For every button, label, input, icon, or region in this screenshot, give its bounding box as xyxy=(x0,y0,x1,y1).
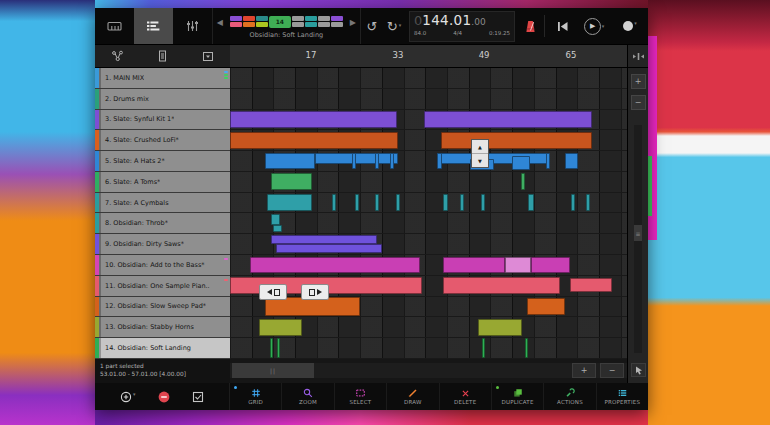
clip[interactable] xyxy=(528,194,534,211)
clip[interactable] xyxy=(265,153,315,170)
minimap-chip-pair[interactable] xyxy=(331,16,343,27)
clip[interactable] xyxy=(273,225,282,233)
clip[interactable] xyxy=(271,173,312,190)
clip[interactable] xyxy=(250,257,420,274)
clip[interactable] xyxy=(527,298,565,315)
skip-to-start-button[interactable] xyxy=(548,21,576,32)
clip[interactable] xyxy=(352,153,356,170)
play-button[interactable]: ▶ xyxy=(584,18,601,35)
clip[interactable] xyxy=(443,257,505,274)
h-scrollbar-thumb[interactable]: || xyxy=(232,363,314,378)
clip[interactable] xyxy=(396,194,400,211)
clip[interactable] xyxy=(546,153,551,170)
clip[interactable] xyxy=(443,277,560,294)
grid-row[interactable] xyxy=(230,338,627,359)
dropdown-check-icon[interactable] xyxy=(185,51,230,62)
minimap-chip-pair[interactable] xyxy=(305,16,317,27)
grid-row[interactable] xyxy=(230,193,627,214)
clip[interactable] xyxy=(270,338,273,358)
clip[interactable] xyxy=(355,194,359,211)
grid-row[interactable] xyxy=(230,317,627,338)
clip[interactable] xyxy=(230,111,397,128)
minimap-next-icon[interactable]: ▶ xyxy=(350,18,356,27)
clip[interactable] xyxy=(443,194,447,211)
tool-zoom[interactable]: ZOOM xyxy=(282,383,334,410)
tool-grid[interactable]: GRID xyxy=(230,383,282,410)
track-row[interactable]: 11. Obsidian: One Sample Pian.. xyxy=(95,276,230,297)
redo-button[interactable]: ↻▾ xyxy=(383,19,405,34)
clip[interactable] xyxy=(521,173,525,190)
tool-duplicate[interactable]: DUPLICATE xyxy=(492,383,544,410)
h-scrollbar-track[interactable]: || xyxy=(230,363,627,378)
vertical-spinner[interactable]: ▲ ▼ xyxy=(471,139,489,168)
minimap-chips[interactable]: 14 xyxy=(230,16,343,28)
grid-row[interactable] xyxy=(230,213,627,234)
clip[interactable] xyxy=(481,194,485,211)
clip[interactable] xyxy=(505,257,531,274)
tool-draw[interactable]: DRAW xyxy=(387,383,439,410)
select-parts-button[interactable] xyxy=(192,391,204,403)
grid-row[interactable] xyxy=(230,234,627,255)
nudge-left-button[interactable] xyxy=(259,284,287,300)
minimap-chip-pair[interactable] xyxy=(230,16,242,27)
minimap-chip-pair[interactable] xyxy=(243,16,255,27)
record-caret-icon[interactable]: ▾ xyxy=(634,20,637,26)
play-caret-icon[interactable]: ▾ xyxy=(602,23,605,29)
add-caret-icon[interactable]: ▾ xyxy=(133,391,136,397)
clip[interactable] xyxy=(525,338,528,358)
clip[interactable] xyxy=(437,153,442,170)
clip[interactable] xyxy=(565,153,578,170)
spinner-up-icon[interactable]: ▲ xyxy=(472,140,488,154)
track-row[interactable]: 5. Slate: A Hats 2* xyxy=(95,151,230,172)
clip[interactable] xyxy=(315,153,398,164)
expand-horizontal-icon[interactable] xyxy=(628,45,648,68)
grid-row[interactable] xyxy=(230,89,627,110)
track-row[interactable]: 3. Slate: Synful Kit 1* xyxy=(95,110,230,131)
tool-select[interactable]: SELECT xyxy=(335,383,387,410)
v-zoom-in-button[interactable]: + xyxy=(631,74,646,89)
tool-properties[interactable]: PROPERTIES xyxy=(597,383,648,410)
file-icon[interactable] xyxy=(140,50,185,62)
view-tab-mixer[interactable] xyxy=(173,8,212,44)
v-scrollbar-thumb[interactable]: ≡ xyxy=(634,225,642,241)
h-zoom-out-button[interactable]: − xyxy=(600,363,624,378)
clip[interactable] xyxy=(265,297,360,315)
track-row[interactable]: 2. Drums mix xyxy=(95,89,230,110)
track-row[interactable]: 4. Slate: Crushed LoFi* xyxy=(95,130,230,151)
minimap-chip-pair[interactable] xyxy=(256,16,268,27)
view-tab-keys[interactable] xyxy=(95,8,134,44)
record-button[interactable] xyxy=(623,21,633,31)
track-row[interactable]: 12. Obsidian: Slow Sweep Pad* xyxy=(95,297,230,318)
track-row[interactable]: 8. Obsidian: Throb* xyxy=(95,213,230,234)
clip[interactable] xyxy=(230,132,398,149)
clip[interactable] xyxy=(259,319,302,336)
v-zoom-out-button[interactable]: − xyxy=(631,95,646,110)
track-row[interactable]: 10. Obsidian: Add to the Bass* xyxy=(95,255,230,276)
nudge-right-button[interactable] xyxy=(301,284,329,300)
track-row[interactable]: 14. Obsidian: Soft Landing xyxy=(95,338,230,359)
minimap-selected-chip[interactable]: 14 xyxy=(269,16,291,28)
clip[interactable] xyxy=(441,132,592,149)
tool-delete[interactable]: DELETE xyxy=(440,383,492,410)
tool-actions[interactable]: ACTIONS xyxy=(544,383,596,410)
clip[interactable] xyxy=(276,244,382,253)
grid-row[interactable] xyxy=(230,255,627,276)
remove-button[interactable] xyxy=(158,391,170,403)
clip[interactable] xyxy=(277,338,280,358)
automation-icon[interactable] xyxy=(95,50,140,62)
clip[interactable] xyxy=(375,194,379,211)
pointer-tool-button[interactable] xyxy=(631,363,646,377)
clip[interactable] xyxy=(390,153,394,170)
grid-row[interactable] xyxy=(230,110,627,131)
h-zoom-in-button[interactable]: + xyxy=(572,363,596,378)
arrangement-grid[interactable] xyxy=(230,68,627,359)
track-row[interactable]: 6. Slate: A Toms* xyxy=(95,172,230,193)
minimap-chip-pair[interactable] xyxy=(318,16,330,27)
track-row[interactable]: 9. Obsidian: Dirty Saws* xyxy=(95,234,230,255)
clip[interactable] xyxy=(375,153,379,170)
clip[interactable] xyxy=(482,338,485,358)
track-row[interactable]: 1. MAIN MIX xyxy=(95,68,230,89)
grid-row[interactable] xyxy=(230,151,627,172)
metronome-icon[interactable] xyxy=(519,20,541,33)
undo-button[interactable]: ↺ xyxy=(361,19,383,34)
